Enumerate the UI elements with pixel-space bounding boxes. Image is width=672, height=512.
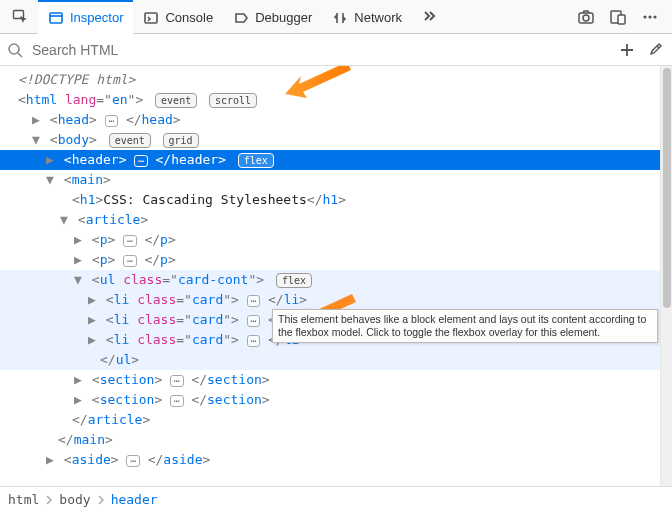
badge-grid[interactable]: grid: [163, 133, 199, 148]
debugger-icon: [233, 10, 249, 26]
ellipsis-icon[interactable]: ⋯: [170, 375, 183, 387]
devices-icon: [609, 8, 627, 26]
ellipsis-icon[interactable]: ⋯: [247, 315, 260, 327]
svg-point-4: [583, 15, 589, 21]
dom-node-section[interactable]: ▶ <section> ⋯ </section>: [0, 390, 660, 410]
search-input[interactable]: [30, 41, 610, 59]
dom-node-doctype[interactable]: <!DOCTYPE html>: [0, 70, 660, 90]
chevron-right-icon: [97, 495, 105, 505]
camera-icon: [577, 8, 595, 26]
dom-tree[interactable]: <!DOCTYPE html> <html lang="en"> event s…: [0, 66, 660, 486]
badge-event[interactable]: event: [109, 133, 151, 148]
expand-toggle[interactable]: ▶: [72, 230, 84, 250]
expand-toggle[interactable]: ▶: [44, 450, 56, 470]
devtools-toolbar: Inspector Console Debugger Network: [0, 0, 672, 34]
svg-rect-6: [618, 15, 625, 24]
dom-node-ul-close[interactable]: </ul>: [0, 350, 660, 370]
dom-node-li[interactable]: ▶ <li class="card"> ⋯ </li>: [0, 290, 660, 310]
dom-node-h1[interactable]: <h1>CSS: Cascading Stylesheets</h1>: [0, 190, 660, 210]
ellipsis-icon[interactable]: ⋯: [134, 155, 147, 167]
flex-badge-tooltip: This element behaves like a block elemen…: [272, 309, 658, 343]
ellipsis-icon[interactable]: ⋯: [170, 395, 183, 407]
tab-label: Network: [354, 10, 402, 25]
expand-toggle[interactable]: ▶: [86, 330, 98, 350]
element-picker-icon: [12, 8, 28, 27]
tab-label: Inspector: [70, 10, 123, 25]
breadcrumb-item[interactable]: html: [8, 492, 39, 507]
collapse-toggle[interactable]: ▼: [58, 210, 70, 230]
network-icon: [332, 10, 348, 26]
tab-debugger[interactable]: Debugger: [223, 0, 322, 34]
scrollbar-thumb[interactable]: [663, 68, 671, 308]
svg-point-8: [648, 15, 651, 18]
collapse-toggle[interactable]: ▼: [44, 170, 56, 190]
tab-inspector[interactable]: Inspector: [38, 0, 133, 34]
ellipsis-icon[interactable]: ⋯: [123, 235, 136, 247]
dom-node-p[interactable]: ▶ <p> ⋯ </p>: [0, 230, 660, 250]
tab-label: Debugger: [255, 10, 312, 25]
svg-point-9: [653, 15, 656, 18]
plus-icon: [619, 42, 635, 58]
console-icon: [143, 10, 159, 26]
dom-node-head[interactable]: ▶ <head> ⋯ </head>: [0, 110, 660, 130]
dom-node-article[interactable]: ▼ <article>: [0, 210, 660, 230]
chevron-double-right-icon: [422, 9, 436, 26]
dom-node-p[interactable]: ▶ <p> ⋯ </p>: [0, 250, 660, 270]
dom-node-main[interactable]: ▼ <main>: [0, 170, 660, 190]
breadcrumb: html body header: [0, 486, 672, 512]
search-icon: [6, 41, 24, 59]
badge-event[interactable]: event: [155, 93, 197, 108]
dom-node-ul[interactable]: ▼ <ul class="card-cont"> flex: [0, 270, 660, 290]
search-bar: [0, 34, 672, 66]
dom-node-aside[interactable]: ▶ <aside> ⋯ </aside>: [0, 450, 660, 470]
dom-node-article-close[interactable]: </article>: [0, 410, 660, 430]
add-node-button[interactable]: [616, 39, 638, 61]
dom-node-main-close[interactable]: </main>: [0, 430, 660, 450]
svg-rect-2: [145, 13, 157, 23]
element-picker-button[interactable]: [2, 0, 38, 34]
ellipsis-icon[interactable]: ⋯: [247, 335, 260, 347]
expand-toggle[interactable]: ▶: [30, 110, 42, 130]
dom-node-header[interactable]: ▶ <header> ⋯ </header> flex: [0, 150, 660, 170]
ellipsis-icon[interactable]: ⋯: [123, 255, 136, 267]
tab-label: Console: [165, 10, 213, 25]
expand-toggle[interactable]: ▶: [86, 310, 98, 330]
dom-node-section[interactable]: ▶ <section> ⋯ </section>: [0, 370, 660, 390]
responsive-mode-button[interactable]: [604, 3, 632, 31]
breadcrumb-item[interactable]: body: [59, 492, 90, 507]
ellipsis-icon[interactable]: ⋯: [247, 295, 260, 307]
eyedropper-icon: [647, 42, 663, 58]
svg-point-10: [9, 44, 19, 54]
svg-point-7: [643, 15, 646, 18]
collapse-toggle[interactable]: ▼: [30, 130, 42, 150]
expand-toggle[interactable]: ▶: [72, 390, 84, 410]
ellipsis-icon[interactable]: ⋯: [126, 455, 139, 467]
expand-toggle[interactable]: ▶: [86, 290, 98, 310]
badge-scroll[interactable]: scroll: [209, 93, 257, 108]
dom-node-html[interactable]: <html lang="en"> event scroll: [0, 90, 660, 110]
screenshot-button[interactable]: [572, 3, 600, 31]
badge-flex[interactable]: flex: [276, 273, 312, 288]
expand-toggle[interactable]: ▶: [72, 250, 84, 270]
scrollbar[interactable]: [660, 66, 672, 486]
badge-flex[interactable]: flex: [238, 153, 274, 168]
expand-toggle[interactable]: ▶: [44, 150, 56, 170]
expand-toggle[interactable]: ▶: [72, 370, 84, 390]
ellipsis-icon[interactable]: ⋯: [105, 115, 118, 127]
tab-console[interactable]: Console: [133, 0, 223, 34]
toolbar-right: [572, 3, 670, 31]
tab-network[interactable]: Network: [322, 0, 412, 34]
breadcrumb-item[interactable]: header: [111, 492, 158, 507]
meatballs-icon: [641, 8, 659, 26]
more-button[interactable]: [636, 3, 664, 31]
collapse-toggle[interactable]: ▼: [72, 270, 84, 290]
eyedropper-button[interactable]: [644, 39, 666, 61]
tabs-overflow-button[interactable]: [412, 0, 446, 34]
dom-node-body[interactable]: ▼ <body> event grid: [0, 130, 660, 150]
inspector-icon: [48, 10, 64, 26]
chevron-right-icon: [45, 495, 53, 505]
svg-rect-1: [50, 13, 62, 23]
